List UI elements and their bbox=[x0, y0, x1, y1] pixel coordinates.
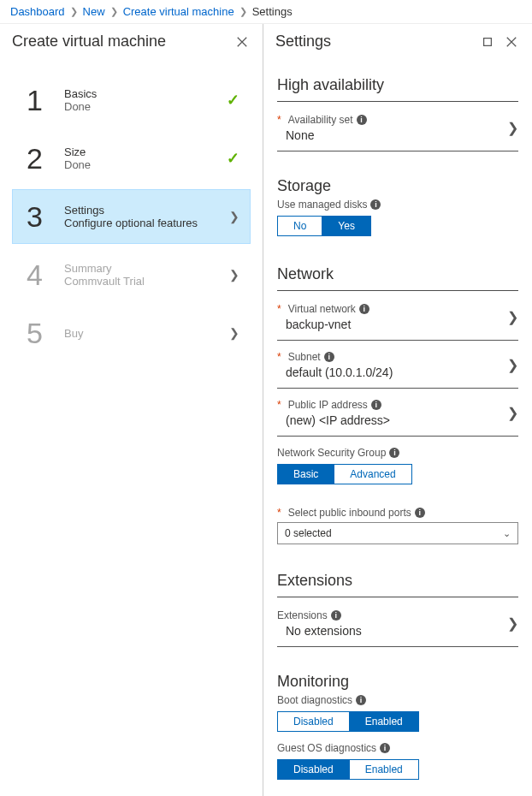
info-icon[interactable]: i bbox=[324, 352, 334, 362]
breadcrumb: Dashboard ❯ New ❯ Create virtual machine… bbox=[0, 0, 532, 24]
wizard-step-summary[interactable]: 4 Summary Commvault Trial ❯ bbox=[12, 247, 251, 302]
step-title: Settings bbox=[64, 204, 224, 217]
nsg-basic[interactable]: Basic bbox=[278, 465, 334, 484]
wizard-step-size[interactable]: 2 Size Done ✓ bbox=[12, 131, 251, 186]
chevron-right-icon: ❯ bbox=[229, 210, 239, 223]
required-icon: * bbox=[277, 303, 285, 315]
svg-rect-0 bbox=[484, 38, 492, 45]
guest-diag-enabled[interactable]: Enabled bbox=[349, 760, 418, 779]
virtual-network-field[interactable]: * Virtual network i backup-vnet ❯ bbox=[277, 300, 518, 340]
field-label: Network Security Group bbox=[277, 447, 386, 459]
field-label: Boot diagnostics bbox=[277, 694, 352, 706]
chevron-right-icon: ❯ bbox=[229, 326, 239, 340]
info-icon[interactable]: i bbox=[415, 508, 425, 518]
check-icon: ✓ bbox=[227, 149, 239, 168]
chevron-down-icon: ⌄ bbox=[503, 528, 511, 539]
chevron-right-icon: ❯ bbox=[507, 405, 518, 421]
inbound-ports-select[interactable]: 0 selected ⌄ bbox=[277, 522, 518, 544]
info-icon[interactable]: i bbox=[389, 448, 399, 458]
chevron-right-icon: ❯ bbox=[507, 309, 518, 325]
field-label: Select public inbound ports bbox=[288, 507, 411, 519]
nsg-toggle[interactable]: Basic Advanced bbox=[277, 464, 412, 484]
divider bbox=[277, 597, 518, 597]
info-icon[interactable]: i bbox=[359, 304, 369, 314]
chevron-right-icon: ❯ bbox=[507, 615, 518, 632]
field-value: None bbox=[277, 126, 507, 142]
info-icon[interactable]: i bbox=[380, 743, 390, 753]
required-icon: * bbox=[277, 351, 285, 363]
step-number: 4 bbox=[27, 258, 56, 292]
availability-set-field[interactable]: * Availability set i None ❯ bbox=[277, 110, 518, 151]
chevron-right-icon: ❯ bbox=[229, 268, 239, 282]
required-icon: * bbox=[277, 114, 285, 126]
step-number: 5 bbox=[27, 317, 56, 350]
breadcrumb-dashboard[interactable]: Dashboard bbox=[10, 5, 65, 18]
guest-diag-toggle[interactable]: Disabled Enabled bbox=[277, 759, 419, 780]
check-icon: ✓ bbox=[227, 91, 239, 110]
step-number: 2 bbox=[27, 142, 56, 175]
field-value: default (10.0.1.0/24) bbox=[277, 363, 507, 379]
chevron-right-icon: ❯ bbox=[507, 120, 518, 136]
info-icon[interactable]: i bbox=[331, 610, 341, 621]
section-monitoring: Monitoring bbox=[277, 654, 518, 694]
guest-diag-disabled[interactable]: Disabled bbox=[278, 760, 349, 779]
section-extensions: Extensions bbox=[277, 553, 518, 593]
step-subtitle: Configure optional features bbox=[64, 217, 224, 229]
subnet-field[interactable]: * Subnet i default (10.0.1.0/24) ❯ bbox=[277, 348, 518, 388]
select-value: 0 selected bbox=[285, 527, 332, 539]
settings-pane: Settings High availability * Availabilit… bbox=[263, 24, 532, 796]
wizard-step-basics[interactable]: 1 Basics Done ✓ bbox=[12, 73, 251, 128]
section-network: Network bbox=[277, 247, 518, 287]
step-number: 1 bbox=[27, 84, 56, 117]
restore-icon[interactable] bbox=[479, 33, 496, 50]
divider bbox=[277, 290, 518, 291]
step-subtitle: Done bbox=[64, 100, 227, 113]
info-icon[interactable]: i bbox=[356, 695, 366, 705]
breadcrumb-new[interactable]: New bbox=[83, 5, 105, 18]
managed-disks-yes[interactable]: Yes bbox=[322, 217, 370, 235]
managed-disks-no[interactable]: No bbox=[278, 217, 322, 235]
chevron-right-icon: ❯ bbox=[239, 6, 247, 17]
field-value: No extensions bbox=[277, 621, 507, 638]
wizard-step-settings[interactable]: 3 Settings Configure optional features ❯ bbox=[12, 189, 251, 244]
wizard-pane: Create virtual machine 1 Basics Done ✓ 2… bbox=[0, 24, 263, 796]
close-icon[interactable] bbox=[503, 33, 520, 50]
chevron-right-icon: ❯ bbox=[110, 6, 118, 17]
field-label: Virtual network bbox=[288, 303, 356, 315]
extensions-field[interactable]: Extensions i No extensions ❯ bbox=[277, 606, 518, 646]
wizard-step-buy[interactable]: 5 Buy ❯ bbox=[12, 306, 251, 360]
step-title: Buy bbox=[64, 327, 224, 340]
close-icon[interactable] bbox=[233, 33, 251, 50]
required-icon: * bbox=[277, 507, 285, 519]
required-icon: * bbox=[277, 399, 285, 411]
boot-diag-toggle[interactable]: Disabled Enabled bbox=[277, 711, 419, 732]
info-icon[interactable]: i bbox=[371, 400, 381, 410]
field-label: Use managed disks bbox=[277, 199, 367, 211]
step-number: 3 bbox=[27, 200, 56, 234]
field-label: Guest OS diagnostics bbox=[277, 742, 376, 754]
field-label: Extensions bbox=[277, 609, 328, 621]
boot-diag-enabled[interactable]: Enabled bbox=[349, 712, 418, 731]
chevron-right-icon: ❯ bbox=[507, 357, 518, 373]
breadcrumb-create-vm[interactable]: Create virtual machine bbox=[123, 5, 234, 18]
section-high-availability: High availability bbox=[277, 64, 518, 98]
divider bbox=[277, 101, 518, 102]
boot-diag-disabled[interactable]: Disabled bbox=[278, 712, 349, 731]
breadcrumb-settings: Settings bbox=[252, 5, 293, 18]
divider bbox=[277, 151, 518, 151]
divider bbox=[277, 340, 518, 341]
step-title: Size bbox=[64, 146, 227, 158]
divider bbox=[277, 388, 518, 389]
field-value: (new) <IP address> bbox=[277, 411, 507, 427]
managed-disks-toggle[interactable]: No Yes bbox=[277, 216, 371, 236]
info-icon[interactable]: i bbox=[370, 199, 381, 210]
step-title: Basics bbox=[64, 87, 227, 100]
public-ip-field[interactable]: * Public IP address i (new) <IP address>… bbox=[277, 395, 518, 436]
field-label: Public IP address bbox=[288, 399, 368, 411]
nsg-advanced[interactable]: Advanced bbox=[334, 465, 411, 484]
info-icon[interactable]: i bbox=[357, 115, 367, 125]
wizard-title: Create virtual machine bbox=[12, 33, 233, 50]
divider bbox=[277, 646, 518, 647]
field-label: Subnet bbox=[288, 351, 321, 363]
settings-title: Settings bbox=[275, 33, 479, 50]
